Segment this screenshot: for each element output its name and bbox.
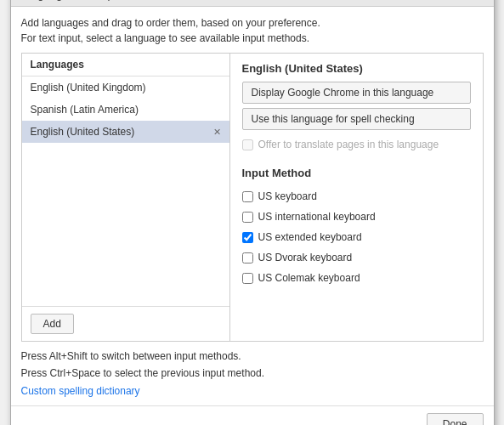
us-extended-keyboard-checkbox[interactable] (242, 232, 253, 243)
input-method-title: Input Method (242, 167, 471, 179)
lang-item-spanish-latam[interactable]: Spanish (Latin America) (22, 99, 229, 121)
settings-panel: English (United States) Display Google C… (230, 54, 483, 341)
offer-translate-checkbox[interactable] (242, 139, 253, 150)
footer-description: Press Alt+Shift to switch between input … (11, 342, 494, 384)
description-line1: Add languages and drag to order them, ba… (21, 15, 484, 31)
us-colemak-keyboard-label: US Colemak keyboard (258, 272, 360, 284)
input-method-us-dvorak-keyboard: US Dvorak keyboard (242, 252, 471, 264)
main-body: Languages English (United Kingdom) Spani… (21, 53, 484, 342)
lang-item-english-uk[interactable]: English (United Kingdom) (22, 76, 229, 99)
remove-english-us-icon[interactable]: ✕ (213, 127, 221, 138)
language-panel: Languages English (United Kingdom) Spani… (22, 54, 230, 341)
description-line2: For text input, select a language to see… (21, 31, 484, 46)
close-button[interactable]: × (474, 0, 484, 1)
us-dvorak-keyboard-label: US Dvorak keyboard (258, 252, 353, 264)
done-button[interactable]: Done (427, 413, 484, 425)
input-method-us-keyboard: US keyboard (242, 190, 471, 202)
input-method-us-intl-keyboard: US international keyboard (242, 211, 471, 223)
offer-translate-row: Offer to translate pages in this languag… (242, 139, 471, 150)
us-keyboard-checkbox[interactable] (242, 191, 253, 202)
input-method-us-colemak-keyboard: US Colemak keyboard (242, 272, 471, 284)
languages-dialog: Languages and Input × Add languages and … (10, 0, 495, 425)
dialog-description: Add languages and drag to order them, ba… (11, 7, 494, 53)
footer-line1: Press Alt+Shift to switch between input … (21, 348, 484, 365)
offer-translate-label: Offer to translate pages in this languag… (258, 139, 439, 150)
footer-line2: Press Ctrl+Space to select the previous … (21, 366, 484, 382)
lang-label-spanish-latam: Spanish (Latin America) (31, 104, 139, 116)
us-colemak-keyboard-checkbox[interactable] (242, 273, 253, 284)
dialog-action-row: Done (11, 405, 494, 425)
us-keyboard-label: US keyboard (258, 190, 317, 202)
input-method-us-extended-keyboard: US extended keyboard (242, 231, 471, 243)
us-intl-keyboard-checkbox[interactable] (242, 212, 253, 223)
dialog-title: Languages and Input (20, 0, 123, 1)
languages-header: Languages (22, 54, 229, 76)
lang-item-english-us[interactable]: English (United States) ✕ (22, 121, 229, 143)
us-dvorak-keyboard-checkbox[interactable] (242, 252, 253, 264)
display-chrome-button[interactable]: Display Google Chrome in this language (242, 82, 471, 104)
language-list: English (United Kingdom) Spanish (Latin … (22, 76, 229, 306)
lang-label-english-us: English (United States) (31, 126, 135, 138)
add-language-button[interactable]: Add (31, 314, 74, 334)
lang-label-english-uk: English (United Kingdom) (31, 82, 146, 94)
spell-check-button[interactable]: Use this language for spell checking (242, 108, 471, 130)
language-panel-footer: Add (22, 306, 229, 341)
us-extended-keyboard-label: US extended keyboard (258, 231, 362, 243)
settings-section-title: English (United States) (242, 62, 471, 75)
us-intl-keyboard-label: US international keyboard (258, 211, 376, 223)
dialog-titlebar: Languages and Input × (11, 0, 494, 7)
custom-spelling-link[interactable]: Custom spelling dictionary (11, 385, 494, 405)
